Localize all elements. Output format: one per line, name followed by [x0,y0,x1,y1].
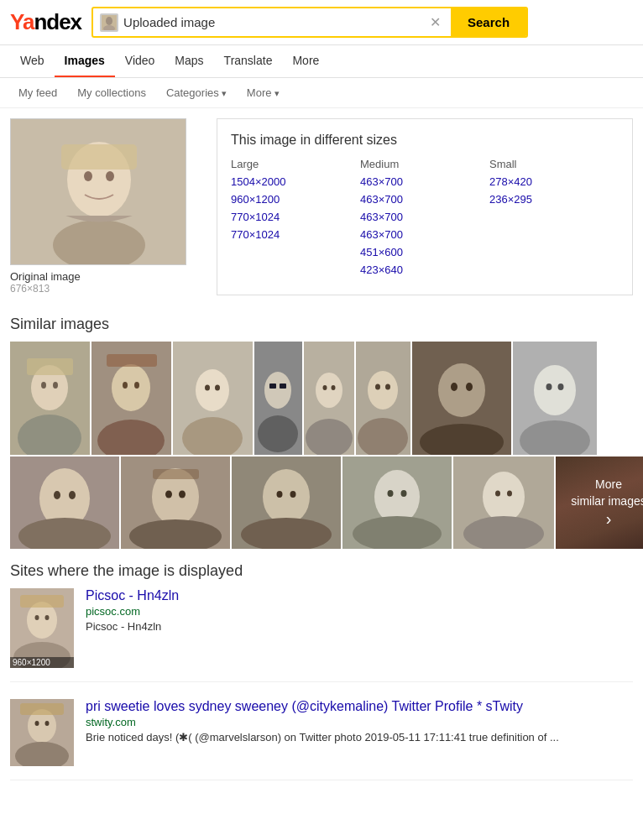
svg-point-42 [438,363,485,417]
svg-point-69 [388,490,394,497]
svg-point-47 [534,365,576,415]
site-thumb-1: 960×1200 [10,588,74,668]
size-770x1024-2[interactable]: 770×1024 [231,228,360,241]
size-236x295[interactable]: 236×295 [489,193,619,206]
similar-row-1 [10,342,633,455]
clear-search-button[interactable]: ✕ [426,14,444,30]
site-result-2: pri sweetie loves sydney sweeney (@cityk… [10,699,633,780]
svg-point-39 [385,384,390,390]
size-451x600[interactable]: 451×600 [360,246,489,258]
site-thumb-2 [10,699,74,766]
more-similar-label: Moresimilar images [564,477,643,509]
search-input-wrap: ✕ [93,13,451,32]
tab-more[interactable]: More [282,45,329,77]
svg-point-44 [466,383,473,391]
similar-image-12[interactable] [342,457,452,549]
sizes-panel: This image in different sizes Large 1504… [217,118,633,295]
size-770x1024-1[interactable]: 770×1024 [231,211,360,223]
similar-image-7[interactable] [412,342,511,455]
tab-translate[interactable]: Translate [214,45,283,77]
tab-images[interactable]: Images [55,45,115,77]
size-463x700-2[interactable]: 463×700 [360,193,489,206]
search-input[interactable] [123,15,421,29]
svg-point-11 [41,382,46,389]
svg-point-49 [558,383,564,390]
size-463x700-1[interactable]: 463×700 [360,175,489,188]
similar-image-8[interactable] [513,342,597,455]
similar-image-13[interactable] [453,457,554,549]
tab-maps[interactable]: Maps [165,45,213,77]
svg-point-24 [215,385,220,391]
svg-point-18 [134,382,139,389]
site-info-2: pri sweetie loves sydney sweeney (@cityk… [86,699,633,766]
search-button[interactable]: Search [451,8,526,36]
svg-point-27 [264,372,291,409]
size-278x420[interactable]: 278×420 [489,175,619,188]
similar-image-11[interactable] [232,457,341,549]
svg-point-32 [316,373,342,408]
svg-point-12 [53,382,58,389]
similar-image-2[interactable] [91,342,171,455]
similar-image-6[interactable] [356,342,410,455]
small-column: Small 278×420 236×295 [489,158,619,281]
svg-point-64 [277,491,283,498]
site-title-1[interactable]: Picsoc - Hn4zln [86,588,179,603]
site-title-2[interactable]: pri sweetie loves sydney sweeney (@cityk… [86,699,523,713]
svg-point-30 [258,415,298,452]
site-thumb-label-1: 960×1200 [10,657,74,668]
svg-rect-19 [107,354,157,367]
svg-point-34 [332,385,336,390]
similar-image-5[interactable] [304,342,354,455]
size-463x700-3[interactable]: 463×700 [360,211,489,223]
site-desc-2: Brie noticed days! (✱( (@marvelslarson) … [86,730,633,745]
similar-image-10[interactable] [121,457,230,549]
svg-point-74 [495,491,500,497]
svg-rect-13 [27,358,73,375]
similar-image-1[interactable] [10,342,90,455]
logo[interactable]: Yandex [10,9,81,35]
svg-point-54 [69,491,76,499]
svg-rect-81 [20,595,64,608]
header: Yandex ✕ Search [0,0,643,45]
similar-row-2: Moresimilar images › [10,457,633,549]
uploaded-image-thumb [100,13,118,32]
svg-point-6 [106,171,114,181]
sub-nav: My feed My collections Categories More [0,78,643,108]
sizes-grid: Large 1504×2000 960×1200 770×1024 770×10… [231,158,619,281]
svg-point-58 [165,491,172,498]
similar-image-3[interactable] [173,342,253,455]
svg-rect-7 [61,144,137,170]
size-423x640[interactable]: 423×640 [360,263,489,276]
main-content: Original image 676×813 This image in dif… [0,108,643,807]
svg-point-59 [179,491,186,498]
sizes-title: This image in different sizes [231,133,619,148]
site-result-1: 960×1200 Picsoc - Hn4zln picsoc.com Pics… [10,588,633,682]
svg-point-43 [451,383,457,391]
similar-image-4[interactable] [254,342,302,455]
similar-image-9[interactable] [10,457,119,549]
svg-point-1 [106,17,112,25]
original-image-panel: Original image 676×813 [10,118,203,295]
svg-rect-60 [153,469,199,479]
size-1504x2000[interactable]: 1504×2000 [231,175,360,188]
svg-point-70 [401,490,407,497]
sub-nav-my-collections[interactable]: My collections [69,83,154,102]
svg-rect-29 [280,383,286,389]
sites-section-title: Sites where the image is displayed [10,562,633,580]
svg-point-86 [45,721,50,726]
size-960x1200[interactable]: 960×1200 [231,193,360,206]
search-bar: ✕ Search [91,7,528,38]
svg-point-53 [54,491,60,499]
more-similar-button[interactable]: Moresimilar images › [556,457,643,549]
tab-video[interactable]: Video [115,45,165,77]
size-463x700-4[interactable]: 463×700 [360,228,489,241]
svg-point-37 [368,371,398,410]
sub-nav-more[interactable]: More [238,83,288,102]
tab-web[interactable]: Web [10,45,55,77]
svg-point-68 [374,470,420,524]
sub-nav-my-feed[interactable]: My feed [10,83,65,102]
svg-point-73 [483,472,525,522]
sub-nav-categories[interactable]: Categories [158,83,235,102]
site-url-2: stwity.com [86,716,633,728]
similar-images-title: Similar images [10,316,633,333]
